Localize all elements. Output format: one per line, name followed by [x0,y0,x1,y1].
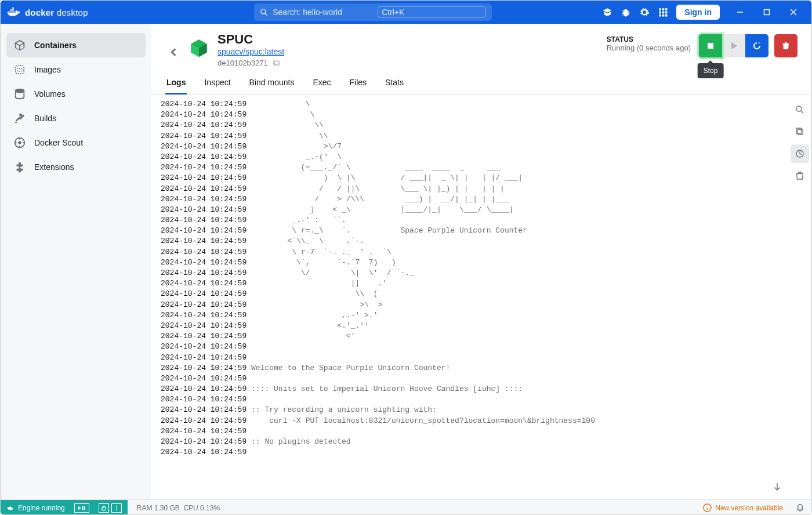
bug-icon[interactable] [621,7,631,17]
sidebar-item-builds[interactable]: Builds [6,106,146,130]
svg-rect-3 [662,8,665,10]
scout-icon [13,136,26,149]
extensions-icon [13,161,26,173]
copy-icon[interactable] [273,59,281,67]
log-clear-button[interactable] [791,166,809,185]
window-maximize-button[interactable] [753,1,780,24]
svg-rect-7 [665,12,668,14]
svg-point-15 [16,89,24,93]
svg-rect-6 [662,12,665,14]
search-icon [260,8,268,16]
copy-icon [795,126,805,137]
sidebar-item-scout[interactable]: Docker Scout [6,130,146,155]
svg-rect-12 [764,10,770,15]
back-button[interactable] [165,42,183,64]
svg-rect-5 [659,12,662,14]
ram-metric: RAM 1.30 GB [137,504,180,512]
docker-logo-icon [5,6,21,18]
stop-tooltip: Stop [698,63,724,78]
tab-bindmounts[interactable]: Bind mounts [248,75,296,94]
sidebar-item-label: Docker Scout [34,138,83,147]
sidebar-item-label: Volumes [34,89,66,99]
delete-button[interactable] [774,34,798,57]
sidebar: Containers Images Volumes Builds Docker … [1,24,151,499]
container-name: SPUC [217,32,607,47]
svg-line-23 [801,111,803,113]
restart-button[interactable] [745,34,768,57]
sidebar-item-images[interactable]: Images [6,57,146,82]
clock-icon [795,148,805,159]
svg-rect-20 [708,43,713,49]
notifications-button[interactable] [789,503,811,513]
main: SPUC spuacv/spuc:latest de10102b3271 STA… [151,24,811,499]
play-icon [729,41,738,50]
svg-point-35 [116,509,117,510]
window-minimize-button[interactable] [727,1,753,24]
status-label: STATUS [607,35,691,43]
engine-play-pause-button[interactable] [74,503,89,513]
bell-icon [796,503,804,512]
engine-status[interactable]: Engine running [1,500,128,515]
window-close-button[interactable] [780,1,807,24]
log-timestamps-button[interactable] [791,144,809,163]
search-input[interactable]: Search: hello-world Ctrl+K [254,3,492,21]
svg-point-22 [796,106,802,111]
svg-rect-8 [659,14,662,17]
chevron-left-icon [170,48,178,56]
logo-area: docker desktop [5,6,147,18]
learning-icon[interactable] [602,7,612,17]
containers-icon [13,39,26,52]
status-text: Running (0 seconds ago) [607,43,691,52]
svg-point-17 [18,141,21,144]
arrow-down-icon [772,481,782,492]
svg-rect-10 [665,14,668,17]
sidebar-item-volumes[interactable]: Volumes [6,82,146,106]
svg-rect-9 [662,14,665,17]
titlebar: docker desktop Search: hello-world Ctrl+… [1,1,811,24]
svg-point-33 [116,505,117,506]
scroll-to-bottom-button[interactable] [772,481,782,494]
svg-rect-29 [82,506,83,510]
volumes-icon [13,88,26,100]
apps-icon[interactable] [658,7,668,17]
svg-marker-21 [731,42,737,49]
log-search-button[interactable] [791,100,809,119]
search-icon [795,104,805,115]
svg-rect-19 [274,60,278,64]
svg-point-34 [116,507,117,509]
statusbar: Engine running RAM 1.30 GB CPU 0.13% New… [1,499,811,515]
tab-logs[interactable]: Logs [165,75,187,95]
signin-button[interactable]: Sign in [676,5,720,20]
stop-button[interactable]: Stop [699,34,722,57]
update-available-link[interactable]: New version available [697,503,789,512]
engine-power-button[interactable] [99,503,109,513]
tab-exec[interactable]: Exec [311,75,332,94]
sidebar-item-extensions[interactable]: Extensions [6,155,146,179]
info-icon [703,503,712,512]
trash-icon [795,171,805,181]
settings-icon[interactable] [639,7,650,17]
svg-rect-18 [274,61,279,66]
svg-point-0 [261,9,266,14]
log-copy-button[interactable] [791,122,809,141]
start-button[interactable] [722,34,745,57]
builds-icon [13,112,26,125]
log-output[interactable]: 2024-10-24 10:24:59 \ 2024-10-24 10:24:5… [151,95,788,499]
sidebar-item-containers[interactable]: Containers [6,33,146,57]
svg-rect-2 [659,8,662,10]
engine-menu-button[interactable] [111,503,122,513]
image-link[interactable]: spuacv/spuc:latest [217,47,284,56]
whale-small-icon [6,505,13,512]
images-icon [13,63,26,76]
svg-rect-25 [796,128,802,133]
sidebar-item-label: Extensions [34,162,74,172]
trash-icon [781,41,791,50]
cpu-metric: CPU 0.13% [183,504,220,512]
tab-inspect[interactable]: Inspect [203,75,231,94]
svg-rect-30 [84,506,85,510]
logo-text: docker desktop [25,8,88,17]
tab-stats[interactable]: Stats [384,75,405,94]
container-id: de10102b3271 [217,59,268,67]
tab-files[interactable]: Files [349,75,368,94]
svg-marker-28 [78,506,81,510]
